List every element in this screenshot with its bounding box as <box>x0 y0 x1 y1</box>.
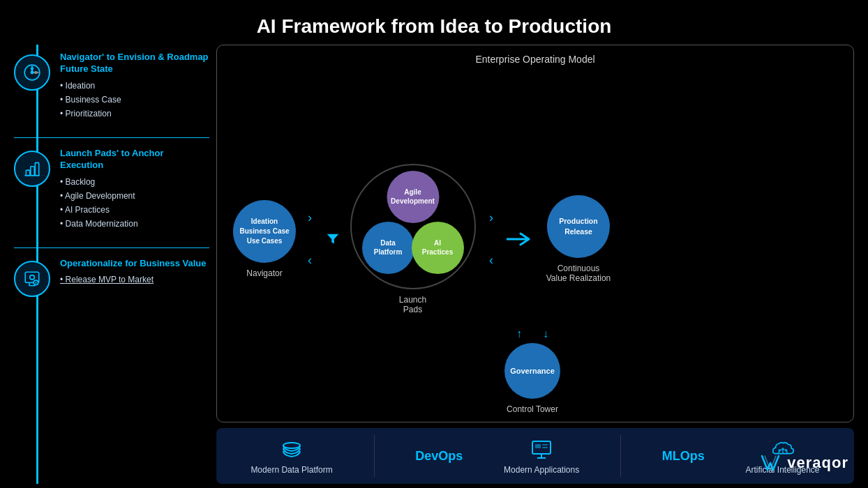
item-backlog: Backlog <box>60 175 209 189</box>
item-ideation: Ideation <box>60 79 209 93</box>
navigator-icon-circle <box>14 54 50 91</box>
arrow-down-icon: ↓ <box>543 328 548 340</box>
operationalize-icon-circle <box>14 261 50 297</box>
filter-col <box>320 231 345 247</box>
item-ai-practices: AI Practices <box>60 203 209 217</box>
operationalize-content: Operationalize for Business Value Releas… <box>60 258 209 287</box>
enterprise-box: Enterprise Operating Model IdeationBusin… <box>216 45 854 422</box>
arrow-right-icon <box>507 231 532 247</box>
item-release-mvp: Release MVP to Market <box>60 273 209 287</box>
launchpads-col: AgileDevelopment DataPlatform AIPractice… <box>345 164 481 314</box>
bottom-item-applications: Modern Applications <box>504 437 579 475</box>
agile-bubble: AgileDevelopment <box>387 171 439 223</box>
arrow-up-icon: ↑ <box>516 328 522 340</box>
svg-rect-10 <box>535 444 541 448</box>
veraqor-logo: veraqor <box>758 450 848 475</box>
bottom-item-devops: DevOps <box>415 449 463 464</box>
layers-icon <box>279 437 304 462</box>
arrows-right: › ‹ <box>481 211 502 268</box>
page-title: AI Framework from Idea to Production <box>0 0 868 45</box>
governance-bubble: Governance <box>504 343 560 399</box>
veraqor-text: veraqor <box>787 454 848 472</box>
svg-rect-11 <box>542 444 548 445</box>
chevron-left-bottom-2: ‹ <box>489 253 493 268</box>
monitor-icon <box>529 437 554 462</box>
item-prioritization: Prioritization <box>60 107 209 121</box>
svg-rect-12 <box>542 447 548 448</box>
svg-rect-4 <box>35 162 38 175</box>
chevron-right-top-2: › <box>489 211 493 225</box>
operationalize-items: Release MVP to Market <box>60 273 209 287</box>
big-arrow-col <box>502 231 537 247</box>
launchpads-circle: AgileDevelopment DataPlatform AIPractice… <box>350 164 476 289</box>
continuous-label: ContinuousValue Realization <box>546 264 611 283</box>
devops-label: DevOps <box>415 449 463 464</box>
svg-rect-3 <box>31 167 34 176</box>
navigator-content: Navigator' to Envision & Roadmap Future … <box>60 52 209 121</box>
svg-rect-9 <box>532 441 551 454</box>
launchpads-title: Launch Pads' to Anchor Execution <box>60 148 209 171</box>
item-business-case: Business Case <box>60 93 209 107</box>
left-section-launchpads: Launch Pads' to Anchor Execution Backlog… <box>14 148 209 231</box>
arrows-left: › ‹ <box>299 211 320 268</box>
left-section-navigator: Navigator' to Envision & Roadmap Future … <box>14 52 209 121</box>
svg-point-8 <box>283 443 300 448</box>
left-panel: Navigator' to Envision & Roadmap Future … <box>14 45 209 484</box>
applications-label: Modern Applications <box>504 465 579 475</box>
bottom-divider-1 <box>374 435 375 477</box>
chevron-left-bottom: ‹ <box>308 253 312 268</box>
left-section-operationalize: Operationalize for Business Value Releas… <box>14 258 209 297</box>
control-tower-label: Control Tower <box>507 404 558 414</box>
svg-point-6 <box>30 275 35 280</box>
launchpads-label: LaunchPads <box>399 295 426 314</box>
ai-practices-bubble: AIPractices <box>412 222 464 274</box>
production-bubble: ProductionRelease <box>547 195 610 258</box>
navigator-bubble: IdeationBusiness CaseUse Cases <box>233 200 296 263</box>
gov-arrows: ↑ ↓ <box>516 328 548 340</box>
data-platform-bubble: DataPlatform <box>362 222 414 274</box>
operationalize-title: Operationalize for Business Value <box>60 258 209 270</box>
navigator-title: Navigator' to Envision & Roadmap Future … <box>60 52 209 75</box>
right-area: Enterprise Operating Model IdeationBusin… <box>216 45 854 484</box>
divider-1 <box>14 137 209 138</box>
launchpads-icon-circle <box>14 151 50 187</box>
launchpads-items: Backlog Agile Development AI Practices D… <box>60 175 209 231</box>
production-col: ProductionRelease ContinuousValue Realiz… <box>537 195 620 283</box>
svg-rect-2 <box>26 170 29 176</box>
control-tower-col: ↑ ↓ Governance Control Tower <box>504 328 560 414</box>
navigator-items: Ideation Business Case Prioritization <box>60 79 209 121</box>
navigator-col: IdeationBusiness CaseUse Cases Navigator <box>230 200 299 278</box>
navigator-col-label: Navigator <box>246 268 282 278</box>
bottom-divider-2 <box>620 435 621 477</box>
data-platform-label: Modern Data Platform <box>250 465 332 475</box>
bottom-item-data-platform: Modern Data Platform <box>250 437 332 475</box>
svg-point-1 <box>31 71 33 73</box>
divider-2 <box>14 247 209 248</box>
filter-icon <box>325 231 341 247</box>
enterprise-label: Enterprise Operating Model <box>230 54 841 65</box>
launchpads-content: Launch Pads' to Anchor Execution Backlog… <box>60 148 209 231</box>
veraqor-logo-icon <box>758 450 783 475</box>
mlops-label: MLOps <box>662 449 705 464</box>
item-agile-dev: Agile Development <box>60 189 209 203</box>
item-data-modernization: Data Modernization <box>60 217 209 231</box>
chevron-right-top: › <box>308 211 312 225</box>
bottom-item-mlops: MLOps <box>662 449 705 464</box>
